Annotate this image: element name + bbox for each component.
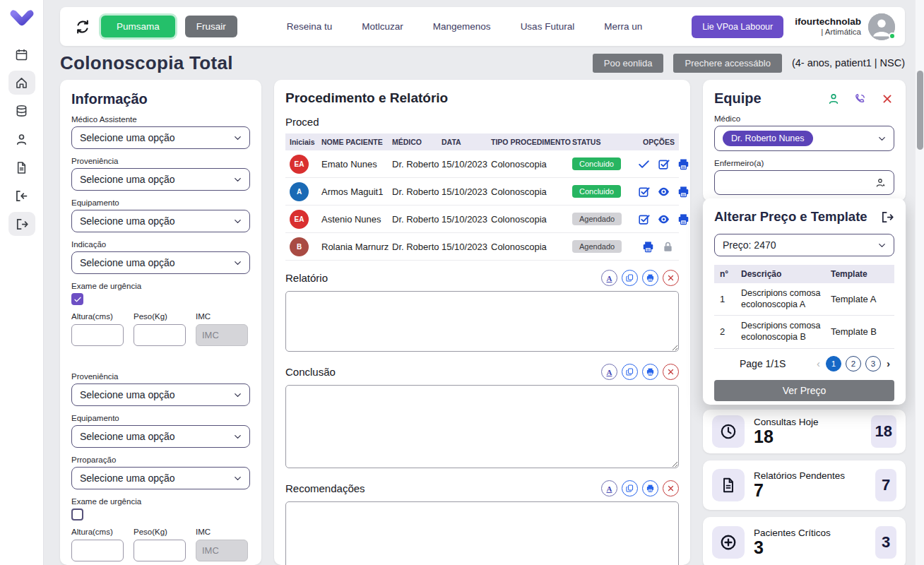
page-button-3[interactable]: 3 bbox=[865, 356, 881, 371]
page-indicator: Page 1/1S bbox=[740, 358, 786, 369]
logout-icon bbox=[14, 217, 29, 232]
copy-button[interactable] bbox=[622, 270, 638, 286]
user-info: ifourtechnolab | Artimática bbox=[795, 16, 861, 37]
cta-button[interactable]: Lie VPoa Laboour bbox=[692, 16, 783, 38]
copy-button[interactable] bbox=[622, 480, 638, 496]
imc-label-2: IMC bbox=[196, 528, 248, 536]
printer-icon bbox=[646, 484, 655, 493]
printer-icon[interactable] bbox=[677, 157, 690, 171]
field-label-medico-assistente: Médico Assistente bbox=[71, 115, 250, 124]
exit-icon[interactable] bbox=[879, 210, 894, 225]
phone-icon[interactable] bbox=[853, 92, 867, 106]
add-person-icon[interactable] bbox=[827, 92, 841, 106]
checkbox-icon[interactable] bbox=[637, 185, 651, 198]
procedure-tab[interactable]: Proced bbox=[285, 116, 679, 128]
sidebar-item-home[interactable] bbox=[8, 71, 35, 95]
col-data: DATA bbox=[442, 138, 491, 146]
proveniencia-select[interactable]: Selecione uma opção bbox=[71, 168, 250, 191]
person-add-icon[interactable] bbox=[875, 177, 887, 189]
medico-select[interactable]: Dr. Roberto Nunes bbox=[714, 126, 894, 151]
procedure-panel-title: Procedimento e Relatório bbox=[285, 90, 679, 106]
database-icon bbox=[14, 104, 29, 119]
stat-card-relatorios: Relatórios Pendentes 7 7 bbox=[703, 460, 906, 510]
template-row-template: Template B bbox=[831, 326, 889, 337]
font-button[interactable]: A bbox=[601, 270, 617, 286]
height-input[interactable] bbox=[71, 324, 124, 346]
recommendations-textarea[interactable] bbox=[285, 501, 679, 565]
online-status-dot bbox=[889, 32, 896, 40]
close-icon[interactable] bbox=[880, 92, 894, 106]
indicacao-select[interactable]: Selecione uma opção bbox=[71, 251, 250, 274]
sidebar-item-reports[interactable] bbox=[8, 155, 35, 179]
urgency-checkbox-1[interactable] bbox=[71, 293, 83, 305]
copy-button[interactable] bbox=[622, 364, 638, 380]
ver-preco-button[interactable]: Ver Preço bbox=[714, 380, 894, 401]
checkbox-icon[interactable] bbox=[637, 213, 651, 226]
stat-badge: 18 bbox=[871, 415, 896, 448]
checkbox-icon[interactable] bbox=[657, 157, 670, 171]
height-label-2: Altura(cms) bbox=[71, 528, 124, 536]
conclusion-textarea[interactable] bbox=[285, 385, 679, 468]
page-button-1[interactable]: 1 bbox=[826, 356, 841, 371]
prev-page-chevron[interactable]: ‹ bbox=[815, 357, 822, 369]
nurse-label: Enfermeiro(a) bbox=[714, 159, 894, 167]
price-select[interactable]: Preço: 2470 bbox=[714, 234, 894, 256]
page-button-2[interactable]: 2 bbox=[846, 356, 861, 371]
clear-button[interactable] bbox=[663, 480, 679, 496]
font-button[interactable]: A bbox=[601, 480, 617, 496]
print-button[interactable] bbox=[642, 480, 658, 496]
report-textarea[interactable] bbox=[285, 291, 679, 352]
chevron-down-icon bbox=[877, 240, 887, 251]
sidebar-item-calendar[interactable] bbox=[8, 42, 35, 66]
stat-label: Pacientes Críticos bbox=[754, 528, 831, 538]
next-page-chevron[interactable]: › bbox=[885, 357, 892, 369]
printer-icon[interactable] bbox=[677, 213, 690, 226]
eye-icon[interactable] bbox=[657, 213, 670, 226]
urgency-checkbox-2[interactable] bbox=[71, 509, 83, 521]
scrollbar-thumb[interactable] bbox=[917, 71, 923, 150]
proveniencia-select-2[interactable]: Selecione uma opção bbox=[71, 383, 250, 406]
sidebar-item-login[interactable] bbox=[8, 184, 35, 208]
template-row[interactable]: 2 Descripions comosa ecolonoscopia B Tem… bbox=[714, 316, 894, 348]
sidebar-item-patients[interactable] bbox=[8, 127, 35, 151]
weight-input-2[interactable] bbox=[134, 540, 186, 561]
nav-link-3[interactable]: Mangemenos bbox=[433, 21, 491, 32]
price-template-panel: Alterar Preço e Template Preço: 2470 n° … bbox=[703, 198, 906, 405]
nav-link-1[interactable]: Reseina tu bbox=[287, 21, 333, 32]
printer-icon[interactable] bbox=[677, 185, 690, 198]
person-icon bbox=[14, 132, 29, 147]
header-button-2[interactable]: Prechere accessáblo bbox=[673, 54, 781, 73]
print-button[interactable] bbox=[642, 364, 658, 380]
sidebar-item-database[interactable] bbox=[8, 99, 35, 123]
user-org: | Artimática bbox=[795, 28, 861, 37]
nav-link-2[interactable]: Motlcuzar bbox=[362, 21, 403, 32]
refresh-icon[interactable] bbox=[74, 18, 91, 35]
font-button[interactable]: A bbox=[601, 364, 617, 380]
print-button[interactable] bbox=[642, 270, 658, 286]
header-button-1[interactable]: Poo eonlida bbox=[593, 54, 664, 73]
page-header: Colonoscopia Total Poo eonlida Prechere … bbox=[60, 51, 905, 75]
eye-icon[interactable] bbox=[657, 185, 670, 198]
primary-action-button[interactable]: Pumsama bbox=[101, 16, 175, 37]
template-row[interactable]: 1 Descripions comosa ecolonoscopia A Tem… bbox=[714, 283, 894, 316]
avatar[interactable] bbox=[868, 13, 895, 40]
height-input-2[interactable] bbox=[71, 540, 124, 561]
nav-link-5[interactable]: Merra un bbox=[604, 21, 642, 32]
chevron-down-icon bbox=[232, 473, 243, 484]
weight-input[interactable] bbox=[134, 324, 186, 346]
equipamento-select[interactable]: Selecione uma opção bbox=[71, 210, 250, 232]
stat-value: 7 bbox=[754, 481, 845, 499]
printer-icon[interactable] bbox=[641, 240, 655, 254]
sidebar-item-logout[interactable] bbox=[8, 212, 35, 236]
calendar-icon bbox=[14, 47, 29, 62]
nurse-input[interactable] bbox=[721, 177, 875, 188]
check-icon[interactable] bbox=[637, 157, 651, 171]
clear-button[interactable] bbox=[663, 364, 679, 380]
proparacao-select[interactable]: Selecione uma opção bbox=[71, 467, 250, 489]
secondary-action-button[interactable]: Frusair bbox=[185, 16, 237, 37]
medico-assistente-select[interactable]: Selecione uma opção bbox=[71, 126, 250, 149]
medico-selected-pill: Dr. Roberto Nunes bbox=[723, 131, 813, 146]
clear-button[interactable] bbox=[663, 270, 679, 286]
equipamento-select-2[interactable]: Selecione uma opção bbox=[71, 425, 250, 448]
nav-link-4[interactable]: Usas Futural bbox=[521, 21, 575, 32]
